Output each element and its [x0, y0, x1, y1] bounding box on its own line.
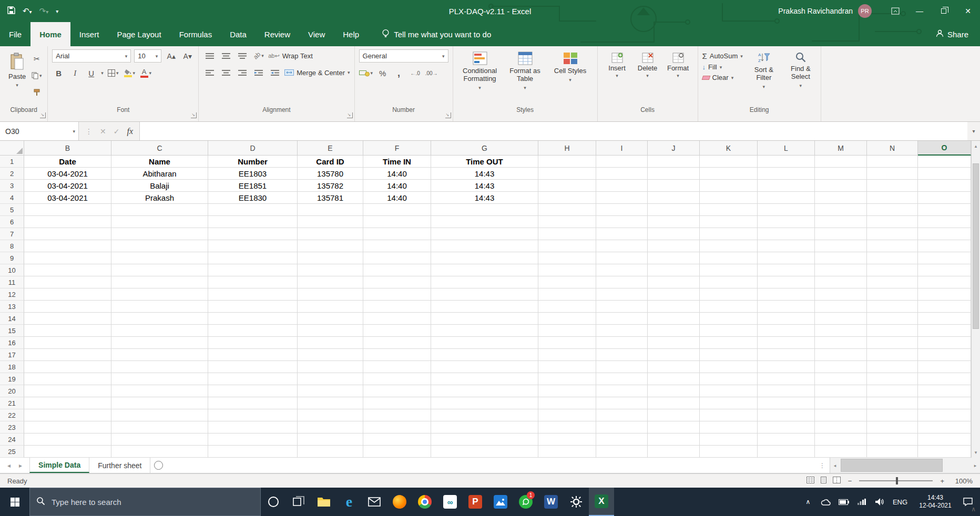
- cell-E23[interactable]: [298, 421, 363, 434]
- cell-I3[interactable]: [596, 180, 648, 192]
- cell-D9[interactable]: [208, 252, 298, 264]
- cell-H5[interactable]: [538, 204, 596, 216]
- taskbar-clock[interactable]: 14:43 12-04-2021: [912, 494, 959, 510]
- cell-B19[interactable]: [24, 373, 111, 385]
- whatsapp-icon[interactable]: 1: [513, 488, 538, 516]
- find-select-button[interactable]: Find & Select ▾: [785, 49, 816, 90]
- cell-O13[interactable]: [918, 301, 971, 313]
- row-header-8[interactable]: 8: [0, 240, 24, 252]
- column-header-G[interactable]: G: [431, 141, 538, 156]
- cell-J11[interactable]: [648, 276, 700, 288]
- merge-center-button[interactable]: Merge & Center ▾: [284, 66, 350, 79]
- user-avatar[interactable]: PR: [858, 4, 872, 18]
- cell-G19[interactable]: [431, 373, 538, 385]
- cell-H20[interactable]: [538, 385, 596, 397]
- task-view-button[interactable]: [286, 488, 311, 516]
- cell-L15[interactable]: [758, 325, 815, 337]
- cell-N22[interactable]: [867, 409, 918, 421]
- cell-B23[interactable]: [24, 421, 111, 434]
- cell-N3[interactable]: [867, 180, 918, 192]
- cell-B11[interactable]: [24, 276, 111, 288]
- cell-C24[interactable]: [111, 434, 208, 446]
- cell-G2[interactable]: 14:43: [431, 168, 538, 180]
- cell-O14[interactable]: [918, 313, 971, 325]
- column-header-M[interactable]: M: [815, 141, 867, 156]
- cell-F16[interactable]: [363, 337, 431, 349]
- cell-K22[interactable]: [700, 409, 758, 421]
- cell-N13[interactable]: [867, 301, 918, 313]
- cell-M5[interactable]: [815, 204, 867, 216]
- accounting-format-button[interactable]: ▾: [359, 67, 373, 79]
- cell-M24[interactable]: [815, 434, 867, 446]
- cell-H17[interactable]: [538, 349, 596, 361]
- orientation-button[interactable]: ab▾: [252, 49, 265, 62]
- cell-C9[interactable]: [111, 252, 208, 264]
- cell-M12[interactable]: [815, 288, 867, 301]
- cell-G3[interactable]: 14:43: [431, 180, 538, 192]
- zoom-out-button[interactable]: −: [848, 477, 852, 485]
- align-left-button[interactable]: [203, 66, 216, 79]
- cell-D19[interactable]: [208, 373, 298, 385]
- cell-I18[interactable]: [596, 361, 648, 373]
- decrease-decimal-button[interactable]: .00→: [425, 67, 438, 79]
- zoom-level[interactable]: 100%: [952, 477, 973, 485]
- column-header-E[interactable]: E: [298, 141, 363, 156]
- copy-button[interactable]: ▾: [30, 69, 43, 82]
- cell-K14[interactable]: [700, 313, 758, 325]
- decrease-font-button[interactable]: A▾: [181, 50, 194, 63]
- page-layout-view-button[interactable]: [820, 477, 828, 485]
- cell-N16[interactable]: [867, 337, 918, 349]
- increase-font-button[interactable]: A▴: [165, 50, 178, 63]
- cell-F9[interactable]: [363, 252, 431, 264]
- cell-L11[interactable]: [758, 276, 815, 288]
- cell-O3[interactable]: [918, 180, 971, 192]
- cell-G7[interactable]: [431, 228, 538, 240]
- font-name-select[interactable]: Arial▾: [52, 49, 131, 63]
- column-header-F[interactable]: F: [363, 141, 431, 156]
- cell-G18[interactable]: [431, 361, 538, 373]
- fill-color-button[interactable]: ▾: [123, 67, 136, 79]
- page-break-view-button[interactable]: [833, 477, 841, 485]
- cell-C6[interactable]: [111, 216, 208, 228]
- cell-L25[interactable]: [758, 446, 815, 458]
- cell-O20[interactable]: [918, 385, 971, 397]
- cell-J8[interactable]: [648, 240, 700, 252]
- column-header-H[interactable]: H: [538, 141, 596, 156]
- cell-E9[interactable]: [298, 252, 363, 264]
- cell-E24[interactable]: [298, 434, 363, 446]
- cell-L21[interactable]: [758, 397, 815, 409]
- cell-F2[interactable]: 14:40: [363, 168, 431, 180]
- prev-sheet-arrow[interactable]: ◂: [7, 462, 11, 469]
- tab-home[interactable]: Home: [30, 22, 70, 46]
- cell-M21[interactable]: [815, 397, 867, 409]
- cell-N15[interactable]: [867, 325, 918, 337]
- cell-G1[interactable]: Time OUT: [431, 156, 538, 168]
- cell-M4[interactable]: [815, 192, 867, 204]
- cell-J7[interactable]: [648, 228, 700, 240]
- insert-cells-button[interactable]: Insert ▾: [602, 49, 632, 78]
- cell-J4[interactable]: [648, 192, 700, 204]
- cell-N7[interactable]: [867, 228, 918, 240]
- row-header-25[interactable]: 25: [0, 446, 24, 458]
- horizontal-scroll-thumb[interactable]: [841, 459, 943, 472]
- cell-C22[interactable]: [111, 409, 208, 421]
- cell-M22[interactable]: [815, 409, 867, 421]
- cell-G6[interactable]: [431, 216, 538, 228]
- cell-F22[interactable]: [363, 409, 431, 421]
- cell-E3[interactable]: 135782: [298, 180, 363, 192]
- cell-H24[interactable]: [538, 434, 596, 446]
- zoom-slider-thumb[interactable]: [896, 477, 898, 484]
- cell-H19[interactable]: [538, 373, 596, 385]
- cell-J20[interactable]: [648, 385, 700, 397]
- cell-O11[interactable]: [918, 276, 971, 288]
- cell-K5[interactable]: [700, 204, 758, 216]
- cell-G14[interactable]: [431, 313, 538, 325]
- cell-G8[interactable]: [431, 240, 538, 252]
- language-indicator[interactable]: ENG: [889, 498, 912, 506]
- cell-F11[interactable]: [363, 276, 431, 288]
- cell-C3[interactable]: Balaji: [111, 180, 208, 192]
- cell-N4[interactable]: [867, 192, 918, 204]
- cell-H2[interactable]: [538, 168, 596, 180]
- font-dialog-launcher[interactable]: ↘: [191, 112, 197, 118]
- zoom-slider[interactable]: [859, 480, 933, 481]
